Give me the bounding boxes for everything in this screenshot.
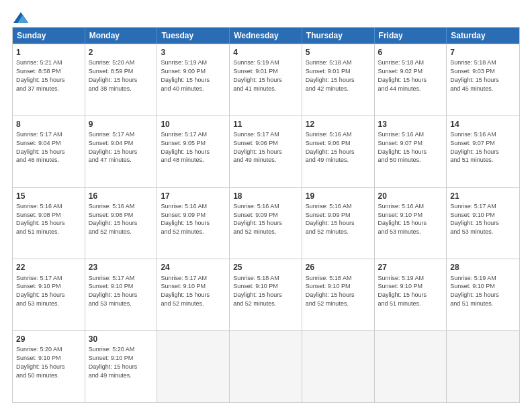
- day-info: Sunrise: 5:16 AM Sunset: 9:08 PM Dayligh…: [89, 203, 138, 235]
- day-number: 14: [450, 119, 516, 130]
- day-number: 13: [378, 119, 443, 130]
- weekday-header-friday: Friday: [375, 28, 447, 44]
- empty-cell: [230, 331, 302, 402]
- empty-cell: [157, 331, 230, 402]
- day-info: Sunrise: 5:17 AM Sunset: 9:05 PM Dayligh…: [161, 131, 210, 163]
- day-cell-12: 12Sunrise: 5:16 AM Sunset: 9:06 PM Dayli…: [302, 116, 375, 187]
- day-info: Sunrise: 5:17 AM Sunset: 9:10 PM Dayligh…: [450, 203, 499, 235]
- day-number: 17: [161, 191, 226, 201]
- day-info: Sunrise: 5:17 AM Sunset: 9:04 PM Dayligh…: [89, 131, 138, 163]
- weekday-header-sunday: Sunday: [13, 28, 85, 44]
- day-number: 19: [306, 191, 371, 201]
- day-info: Sunrise: 5:16 AM Sunset: 9:06 PM Dayligh…: [306, 131, 355, 163]
- day-info: Sunrise: 5:16 AM Sunset: 9:08 PM Dayligh…: [16, 203, 65, 235]
- day-info: Sunrise: 5:20 AM Sunset: 8:59 PM Dayligh…: [89, 59, 138, 91]
- day-info: Sunrise: 5:18 AM Sunset: 9:10 PM Dayligh…: [306, 275, 355, 307]
- day-info: Sunrise: 5:18 AM Sunset: 9:10 PM Dayligh…: [233, 275, 282, 307]
- calendar-row-4: 22Sunrise: 5:17 AM Sunset: 9:10 PM Dayli…: [13, 259, 519, 330]
- day-info: Sunrise: 5:17 AM Sunset: 9:10 PM Dayligh…: [89, 275, 138, 307]
- calendar: SundayMondayTuesdayWednesdayThursdayFrid…: [12, 27, 520, 403]
- day-number: 15: [16, 191, 81, 201]
- day-cell-7: 7Sunrise: 5:18 AM Sunset: 9:03 PM Daylig…: [447, 44, 519, 116]
- day-info: Sunrise: 5:19 AM Sunset: 9:10 PM Dayligh…: [378, 275, 427, 307]
- day-number: 7: [450, 47, 516, 58]
- calendar-row-2: 8Sunrise: 5:17 AM Sunset: 9:04 PM Daylig…: [13, 116, 519, 187]
- day-cell-10: 10Sunrise: 5:17 AM Sunset: 9:05 PM Dayli…: [157, 116, 230, 187]
- day-number: 29: [16, 334, 81, 345]
- day-info: Sunrise: 5:18 AM Sunset: 9:02 PM Dayligh…: [378, 59, 427, 91]
- day-cell-1: 1Sunrise: 5:21 AM Sunset: 8:58 PM Daylig…: [13, 44, 85, 116]
- day-number: 3: [161, 47, 226, 58]
- day-number: 10: [161, 119, 226, 130]
- header: [12, 12, 520, 20]
- day-cell-13: 13Sunrise: 5:16 AM Sunset: 9:07 PM Dayli…: [375, 116, 447, 187]
- day-cell-23: 23Sunrise: 5:17 AM Sunset: 9:10 PM Dayli…: [85, 259, 158, 330]
- day-number: 27: [378, 262, 443, 273]
- day-cell-8: 8Sunrise: 5:17 AM Sunset: 9:04 PM Daylig…: [13, 116, 85, 187]
- day-number: 18: [233, 191, 298, 201]
- empty-cell: [375, 331, 447, 402]
- calendar-header: SundayMondayTuesdayWednesdayThursdayFrid…: [13, 28, 519, 44]
- day-info: Sunrise: 5:19 AM Sunset: 9:01 PM Dayligh…: [233, 59, 282, 91]
- day-cell-28: 28Sunrise: 5:19 AM Sunset: 9:10 PM Dayli…: [447, 259, 519, 330]
- empty-cell: [302, 331, 375, 402]
- day-cell-15: 15Sunrise: 5:16 AM Sunset: 9:08 PM Dayli…: [13, 188, 85, 259]
- weekday-header-thursday: Thursday: [302, 28, 375, 44]
- logo: [12, 12, 30, 20]
- day-number: 4: [233, 47, 298, 58]
- day-info: Sunrise: 5:16 AM Sunset: 9:10 PM Dayligh…: [378, 203, 427, 235]
- day-cell-11: 11Sunrise: 5:17 AM Sunset: 9:06 PM Dayli…: [230, 116, 302, 187]
- day-cell-2: 2Sunrise: 5:20 AM Sunset: 8:59 PM Daylig…: [85, 44, 158, 116]
- empty-cell: [447, 331, 519, 402]
- day-number: 23: [89, 262, 154, 273]
- calendar-row-3: 15Sunrise: 5:16 AM Sunset: 9:08 PM Dayli…: [13, 187, 519, 259]
- day-number: 20: [378, 191, 443, 201]
- day-number: 22: [16, 262, 81, 273]
- day-info: Sunrise: 5:17 AM Sunset: 9:10 PM Dayligh…: [16, 275, 65, 307]
- day-cell-14: 14Sunrise: 5:16 AM Sunset: 9:07 PM Dayli…: [447, 116, 519, 187]
- day-number: 5: [306, 47, 371, 58]
- day-info: Sunrise: 5:17 AM Sunset: 9:06 PM Dayligh…: [233, 131, 282, 163]
- day-number: 28: [450, 262, 516, 273]
- day-cell-5: 5Sunrise: 5:18 AM Sunset: 9:01 PM Daylig…: [302, 44, 375, 116]
- day-cell-16: 16Sunrise: 5:16 AM Sunset: 9:08 PM Dayli…: [85, 188, 158, 259]
- day-number: 30: [89, 334, 154, 345]
- day-cell-30: 30Sunrise: 5:20 AM Sunset: 9:10 PM Dayli…: [85, 331, 158, 402]
- weekday-header-wednesday: Wednesday: [230, 28, 302, 44]
- day-cell-17: 17Sunrise: 5:16 AM Sunset: 9:09 PM Dayli…: [157, 188, 230, 259]
- day-number: 9: [89, 119, 154, 130]
- day-number: 6: [378, 47, 443, 58]
- day-info: Sunrise: 5:18 AM Sunset: 9:01 PM Dayligh…: [306, 59, 355, 91]
- day-cell-22: 22Sunrise: 5:17 AM Sunset: 9:10 PM Dayli…: [13, 259, 85, 330]
- day-info: Sunrise: 5:19 AM Sunset: 9:00 PM Dayligh…: [161, 59, 210, 91]
- day-cell-3: 3Sunrise: 5:19 AM Sunset: 9:00 PM Daylig…: [157, 44, 230, 116]
- day-info: Sunrise: 5:17 AM Sunset: 9:10 PM Dayligh…: [161, 275, 210, 307]
- day-number: 12: [306, 119, 371, 130]
- day-info: Sunrise: 5:16 AM Sunset: 9:09 PM Dayligh…: [306, 203, 355, 235]
- day-cell-20: 20Sunrise: 5:16 AM Sunset: 9:10 PM Dayli…: [375, 188, 447, 259]
- day-info: Sunrise: 5:16 AM Sunset: 9:09 PM Dayligh…: [233, 203, 282, 235]
- day-number: 26: [306, 262, 371, 273]
- day-cell-27: 27Sunrise: 5:19 AM Sunset: 9:10 PM Dayli…: [375, 259, 447, 330]
- day-number: 8: [16, 119, 81, 130]
- day-info: Sunrise: 5:16 AM Sunset: 9:09 PM Dayligh…: [161, 203, 210, 235]
- day-info: Sunrise: 5:16 AM Sunset: 9:07 PM Dayligh…: [378, 131, 427, 163]
- weekday-header-saturday: Saturday: [447, 28, 519, 44]
- day-info: Sunrise: 5:19 AM Sunset: 9:10 PM Dayligh…: [450, 275, 499, 307]
- day-cell-26: 26Sunrise: 5:18 AM Sunset: 9:10 PM Dayli…: [302, 259, 375, 330]
- calendar-row-1: 1Sunrise: 5:21 AM Sunset: 8:58 PM Daylig…: [13, 44, 519, 116]
- day-cell-19: 19Sunrise: 5:16 AM Sunset: 9:09 PM Dayli…: [302, 188, 375, 259]
- day-info: Sunrise: 5:20 AM Sunset: 9:10 PM Dayligh…: [16, 346, 65, 378]
- day-info: Sunrise: 5:16 AM Sunset: 9:07 PM Dayligh…: [450, 131, 499, 163]
- day-info: Sunrise: 5:17 AM Sunset: 9:04 PM Dayligh…: [16, 131, 65, 163]
- day-number: 24: [161, 262, 226, 273]
- day-info: Sunrise: 5:21 AM Sunset: 8:58 PM Dayligh…: [16, 59, 65, 91]
- day-info: Sunrise: 5:20 AM Sunset: 9:10 PM Dayligh…: [89, 346, 138, 378]
- day-cell-18: 18Sunrise: 5:16 AM Sunset: 9:09 PM Dayli…: [230, 188, 302, 259]
- calendar-row-5: 29Sunrise: 5:20 AM Sunset: 9:10 PM Dayli…: [13, 330, 519, 402]
- day-number: 25: [233, 262, 298, 273]
- day-cell-21: 21Sunrise: 5:17 AM Sunset: 9:10 PM Dayli…: [447, 188, 519, 259]
- day-cell-9: 9Sunrise: 5:17 AM Sunset: 9:04 PM Daylig…: [85, 116, 158, 187]
- day-cell-29: 29Sunrise: 5:20 AM Sunset: 9:10 PM Dayli…: [13, 331, 85, 402]
- day-number: 2: [89, 47, 154, 58]
